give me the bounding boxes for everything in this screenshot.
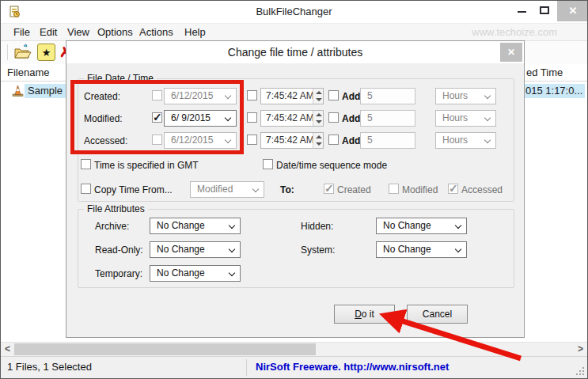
read-only-label: Read-Only: (95, 244, 143, 256)
sequence-label: Date/time sequence mode (276, 160, 387, 171)
copy-to-modified-checkbox[interactable] (389, 184, 399, 194)
spin-down-icon (316, 120, 322, 123)
do-it-button[interactable]: Do it (334, 305, 395, 324)
chevron-down-icon (455, 222, 461, 229)
temporary-label: Temporary: (95, 268, 142, 279)
watermark-text: www.techoize.com (472, 24, 557, 42)
archive-label: Archive: (95, 221, 129, 232)
created-add-checkbox[interactable] (328, 90, 339, 100)
dialog-titlebar: Change file time / attributes ✕ (66, 41, 524, 63)
cone-file-icon (12, 85, 24, 97)
menu-help[interactable]: Help (183, 24, 207, 42)
system-label: System: (301, 244, 335, 256)
modified-amount-input[interactable]: 5 (360, 110, 415, 127)
scroll-right-icon[interactable]: > (574, 343, 587, 356)
dialog-title: Change file time / attributes (66, 41, 524, 63)
menu-options[interactable]: Options (96, 24, 135, 42)
window-close-button[interactable]: ✕ (557, 1, 588, 21)
menu-edit[interactable]: Edit (38, 24, 59, 42)
maximize-button[interactable] (533, 1, 556, 21)
created-unit-select[interactable]: Hours (435, 88, 496, 104)
created-add-label: Add (342, 91, 360, 102)
modified-time-checkbox[interactable] (247, 112, 257, 123)
titlebar: BulkFileChanger ✕ (1, 1, 587, 23)
copy-to-created-label: Created (337, 184, 371, 195)
accessed-amount-input[interactable]: 5 (360, 132, 415, 149)
hidden-select[interactable]: No Change (376, 218, 467, 234)
archive-select[interactable]: No Change (150, 218, 241, 234)
menu-view[interactable]: View (66, 24, 91, 42)
cancel-button[interactable]: Cancel (407, 305, 468, 324)
spin-up-icon (316, 113, 322, 116)
temporary-select[interactable]: No Change (150, 265, 241, 282)
copy-time-label: Copy Time From... (94, 184, 173, 195)
copy-to-accessed-checkbox[interactable] (448, 184, 458, 194)
star-icon: ★ (42, 47, 51, 59)
file-row-name[interactable]: Sample (25, 84, 66, 98)
created-time-checkbox[interactable] (247, 90, 257, 100)
modified-add-checkbox[interactable] (328, 112, 339, 123)
sequence-checkbox[interactable] (263, 159, 273, 169)
menu-file[interactable]: File (12, 24, 32, 42)
main-window: BulkFileChanger ✕ File Edit View Options… (0, 0, 588, 379)
column-header-time[interactable]: ed Time (526, 64, 563, 81)
spin-down-icon (316, 98, 322, 101)
scroll-left-icon[interactable]: < (1, 343, 14, 356)
chevron-down-icon (229, 246, 235, 252)
chevron-down-icon (455, 246, 461, 252)
created-amount-input[interactable]: 5 (360, 88, 415, 104)
toolbar-grip (7, 44, 9, 60)
copy-source-select[interactable]: Modified (190, 181, 264, 198)
accessed-time-spinbox[interactable]: 7:45:42 AM (260, 132, 324, 149)
copy-time-checkbox[interactable] (81, 184, 91, 194)
close-icon: ✕ (507, 47, 515, 58)
accessed-add-checkbox[interactable] (328, 135, 339, 145)
scrollbar-thumb[interactable] (14, 343, 316, 355)
close-icon: ✕ (569, 5, 578, 17)
maximize-icon (540, 6, 549, 14)
accessed-add-label: Add (342, 135, 360, 146)
system-select[interactable]: No Change (376, 241, 467, 258)
add-files-icon[interactable]: ★ (37, 44, 55, 61)
minimize-button[interactable] (511, 1, 533, 21)
copy-to-modified-label: Modified (402, 184, 438, 195)
chevron-down-icon (229, 222, 235, 229)
horizontal-scrollbar[interactable]: < > (1, 342, 587, 356)
statusbar-divider (246, 359, 247, 376)
chevron-down-icon (252, 186, 259, 192)
nirsoft-link[interactable]: NirSoft Freeware. http://www.nirsoft.net (256, 357, 449, 377)
gmt-checkbox[interactable] (81, 159, 91, 169)
hidden-label: Hidden: (301, 221, 333, 232)
copy-to-label: To: (280, 184, 294, 195)
read-only-select[interactable]: No Change (150, 241, 241, 258)
highlight-rectangle (70, 80, 244, 154)
copy-to-created-checkbox[interactable] (324, 184, 334, 194)
spinner-buttons[interactable] (313, 89, 323, 104)
chevron-down-icon (484, 93, 491, 99)
menubar: File Edit View Options Actions Help www.… (1, 23, 587, 41)
group-label: File Attributes (84, 203, 148, 214)
spinner-buttons[interactable] (313, 111, 323, 126)
modified-time-spinbox[interactable]: 7:45:42 AM (260, 110, 324, 127)
open-folder-icon[interactable] (13, 44, 32, 61)
window-title: BulkFileChanger (1, 1, 587, 23)
statusbar: 1 Files, 1 Selected NirSoft Freeware. ht… (1, 356, 587, 378)
status-selection-count: 1 Files, 1 Selected (7, 357, 92, 377)
column-header-filename[interactable]: Filename (7, 64, 49, 81)
file-row-time[interactable]: 015 1:17:0... (523, 84, 585, 98)
modified-add-label: Add (342, 113, 360, 124)
menu-actions[interactable]: Actions (138, 24, 175, 42)
accessed-unit-select[interactable]: Hours (435, 132, 496, 149)
created-time-spinbox[interactable]: 7:45:42 AM (260, 88, 324, 104)
minimize-icon (518, 11, 526, 13)
dialog-close-button[interactable]: ✕ (500, 43, 522, 62)
spinner-buttons[interactable] (313, 133, 323, 148)
modified-unit-select[interactable]: Hours (435, 110, 496, 127)
chevron-down-icon (484, 115, 491, 121)
chevron-down-icon (484, 137, 491, 143)
spin-up-icon (316, 135, 322, 138)
spin-up-icon (316, 91, 322, 94)
resize-grip[interactable] (582, 373, 584, 375)
accessed-time-checkbox[interactable] (247, 135, 257, 145)
chevron-down-icon (229, 270, 235, 276)
